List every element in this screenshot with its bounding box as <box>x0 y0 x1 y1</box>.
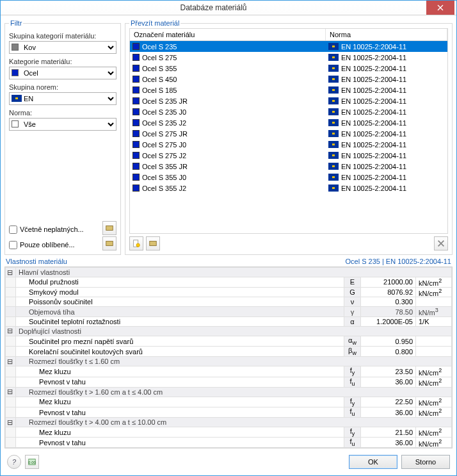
material-row[interactable]: Ocel S 235 J0EN 10025-2:2004-11 <box>130 106 447 117</box>
eu-flag-icon <box>328 174 339 181</box>
dialog: Databáze materiálů Filtr Skupina kategor… <box>0 0 457 476</box>
material-name: Ocel S 275 J2 <box>142 152 186 160</box>
material-name: Ocel S 275 JR <box>142 130 188 138</box>
material-name: Ocel S 275 J0 <box>142 141 186 149</box>
eu-flag-icon <box>328 119 339 126</box>
eu-flag-icon <box>328 152 339 159</box>
material-name: Ocel S 450 <box>142 76 177 83</box>
material-name: Ocel S 235 JR <box>142 97 188 105</box>
material-norm: EN 10025-2:2004-11 <box>341 163 406 170</box>
material-swatch-icon <box>132 163 140 170</box>
eu-flag-icon <box>328 141 339 148</box>
material-name: Ocel S 235 J0 <box>142 108 186 116</box>
svg-rect-4 <box>150 242 157 246</box>
cancel-button[interactable]: Storno <box>401 455 450 469</box>
svg-text:0.00: 0.00 <box>28 460 36 464</box>
norm-label: Norma: <box>9 109 116 117</box>
svg-point-3 <box>136 243 140 247</box>
material-swatch-icon <box>132 130 140 137</box>
new-material-button[interactable] <box>129 236 143 250</box>
material-norm: EN 10025-2:2004-11 <box>341 152 406 160</box>
copy-material-button[interactable] <box>146 236 160 250</box>
filter-panel: Filtr Skupina kategorií materiálu: Kov K… <box>4 19 121 255</box>
cat-select[interactable]: Ocel <box>9 67 116 79</box>
material-row[interactable]: Ocel S 355EN 10025-2:2004-11 <box>130 63 447 74</box>
material-norm: EN 10025-2:2004-11 <box>341 76 406 83</box>
group-label: Skupina kategorií materiálu: <box>9 32 116 40</box>
material-norm: EN 10025-2:2004-11 <box>341 141 406 149</box>
material-norm: EN 10025-2:2004-11 <box>341 130 406 138</box>
filter-legend: Filtr <box>9 19 23 27</box>
list-legend: Převzít materiál <box>129 19 180 27</box>
col2-header[interactable]: Norma <box>326 29 447 40</box>
norm-group-label: Skupina norem: <box>9 83 116 91</box>
properties-panel: Vlastnosti materiálu Ocel S 235 | EN 100… <box>4 258 453 448</box>
material-row[interactable]: Ocel S 275 J0EN 10025-2:2004-11 <box>130 139 447 150</box>
material-row[interactable]: Ocel S 355 J0EN 10025-2:2004-11 <box>130 172 447 183</box>
eu-flag-icon <box>328 65 339 72</box>
close-button[interactable] <box>426 1 454 15</box>
material-name: Ocel S 355 J0 <box>142 174 186 181</box>
ok-button[interactable]: OK <box>349 455 397 469</box>
eu-flag-icon <box>328 43 339 50</box>
material-row[interactable]: Ocel S 235 JREN 10025-2:2004-11 <box>130 95 447 106</box>
material-row[interactable]: Ocel S 275 JREN 10025-2:2004-11 <box>130 128 447 139</box>
material-row[interactable]: Ocel S 235EN 10025-2:2004-11 <box>130 41 447 52</box>
material-swatch-icon <box>132 76 140 83</box>
include-invalid-checkbox[interactable] <box>9 226 17 234</box>
material-norm: EN 10025-2:2004-11 <box>341 65 406 72</box>
favorites-manage-button[interactable] <box>102 236 116 250</box>
units-button[interactable]: 0.00 <box>25 455 39 469</box>
material-row[interactable]: Ocel S 275EN 10025-2:2004-11 <box>130 52 447 63</box>
material-swatch-icon <box>132 141 140 148</box>
material-swatch-icon <box>132 119 140 126</box>
main-props-header[interactable]: Hlavní vlastnosti <box>16 268 452 277</box>
material-row[interactable]: Ocel S 185EN 10025-2:2004-11 <box>130 85 447 95</box>
material-swatch-icon <box>132 54 140 61</box>
prop-name: Modul pružnosti <box>16 277 344 288</box>
properties-grid[interactable]: ⊟Hlavní vlastnosti Modul pružnostiE21000… <box>4 267 453 448</box>
eu-flag-icon <box>328 163 339 170</box>
material-name: Ocel S 235 <box>142 43 177 51</box>
include-invalid-label: Včetně neplatných... <box>20 226 84 233</box>
eu-flag-icon <box>328 185 339 192</box>
material-norm: EN 10025-2:2004-11 <box>341 119 406 127</box>
props-legend: Vlastnosti materiálu <box>6 258 67 265</box>
eu-flag-icon <box>328 130 339 137</box>
group-select[interactable]: Kov <box>9 41 116 54</box>
material-swatch-icon <box>132 43 140 50</box>
material-swatch-icon <box>132 97 140 104</box>
col1-header[interactable]: Označení materiálu <box>130 29 326 40</box>
eu-flag-icon <box>328 54 339 61</box>
material-name: Ocel S 275 <box>142 54 177 62</box>
delete-material-button[interactable] <box>434 236 448 250</box>
material-row[interactable]: Ocel S 355 J2EN 10025-2:2004-11 <box>130 183 447 193</box>
material-row[interactable]: Ocel S 450EN 10025-2:2004-11 <box>130 74 447 85</box>
norm-group-select[interactable]: EN <box>9 92 116 105</box>
material-list-panel: Převzít materiál Označení materiálu Norm… <box>125 19 453 255</box>
material-swatch-icon <box>132 174 140 181</box>
eu-flag-icon <box>328 86 339 94</box>
material-norm: EN 10025-2:2004-11 <box>341 174 406 181</box>
eu-flag-icon <box>328 108 339 115</box>
material-row[interactable]: Ocel S 355 JREN 10025-2:2004-11 <box>130 161 447 172</box>
svg-rect-0 <box>106 226 113 231</box>
material-norm: EN 10025-2:2004-11 <box>341 185 406 192</box>
favorites-only-label: Pouze oblíbené... <box>20 241 75 249</box>
eu-flag-icon <box>328 76 339 83</box>
material-norm: EN 10025-2:2004-11 <box>341 97 406 105</box>
material-name: Ocel S 355 JR <box>142 163 188 170</box>
material-swatch-icon <box>132 108 140 115</box>
add-props-header[interactable]: Doplňující vlastnosti <box>16 326 452 336</box>
filter-reset-button[interactable] <box>102 221 116 235</box>
norm-select[interactable]: Vše <box>9 118 116 131</box>
material-list[interactable]: Ocel S 235EN 10025-2:2004-11Ocel S 275EN… <box>129 40 448 234</box>
material-swatch-icon <box>132 65 140 72</box>
favorites-only-checkbox[interactable] <box>9 241 17 249</box>
material-row[interactable]: Ocel S 235 J2EN 10025-2:2004-11 <box>130 117 447 128</box>
material-swatch-icon <box>132 185 140 192</box>
list-header: Označení materiálu Norma <box>129 28 448 40</box>
material-row[interactable]: Ocel S 275 J2EN 10025-2:2004-11 <box>130 150 447 161</box>
material-name: Ocel S 185 <box>142 86 177 94</box>
help-button[interactable]: ? <box>7 455 21 469</box>
